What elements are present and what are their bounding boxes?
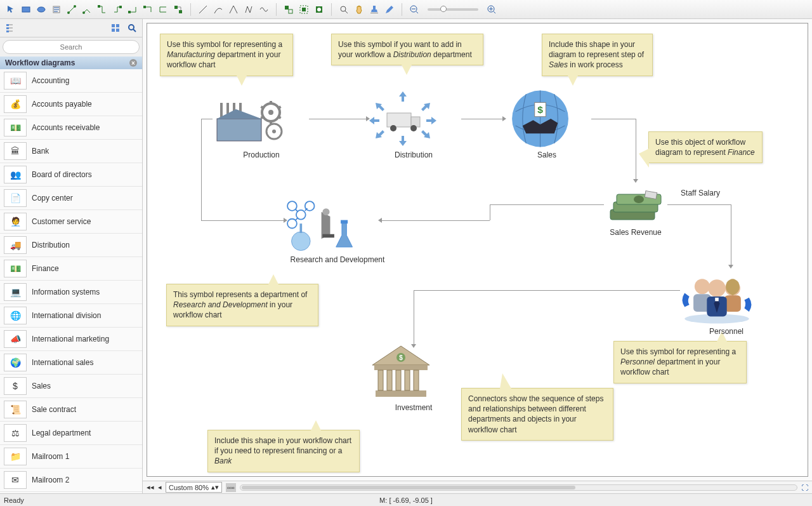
zoom-in-icon[interactable] [485, 3, 499, 17]
node-rnd[interactable]: Research and Development [280, 192, 395, 264]
connector[interactable] [591, 119, 636, 119]
connector7-icon[interactable] [156, 3, 170, 17]
sidebar-item[interactable]: 📜Sale contract [0, 398, 142, 422]
connector5-icon[interactable] [126, 3, 140, 17]
ellipse-tool-icon[interactable] [34, 3, 48, 17]
shape-thumb-icon: 💰 [4, 95, 27, 113]
node-investment[interactable]: $ Investment [363, 340, 464, 412]
sidebar-item[interactable]: 📣International marketing [0, 328, 142, 351]
node-personnel[interactable]: Personnel [679, 263, 774, 336]
svg-point-65 [322, 208, 329, 215]
sidebar-item-label: Copy center [32, 194, 73, 203]
sidebar-item[interactable]: 💻Information systems [0, 281, 142, 304]
shape-thumb-icon: 💻 [4, 283, 27, 301]
svg-rect-73 [405, 370, 410, 390]
sidebar-item[interactable]: 🏛Bank [0, 140, 142, 163]
hand-tool-icon[interactable] [352, 3, 366, 17]
sidebar-category-title: Workflow diagrams [5, 58, 75, 67]
line3-icon[interactable] [226, 3, 240, 17]
svg-rect-67 [376, 390, 426, 397]
sidebar-item-label: International sales [32, 358, 93, 367]
shape-thumb-icon: 📁 [4, 448, 27, 465]
sidebar-item[interactable]: 👥Board of directors [0, 163, 142, 187]
sidebar-category-header[interactable]: Workflow diagrams × [0, 57, 142, 69]
group3-icon[interactable] [312, 3, 326, 17]
sidebar-item[interactable]: 📄Copy center [0, 187, 142, 210]
node-distribution[interactable]: Distribution [363, 87, 464, 159]
connector4-icon[interactable] [110, 3, 124, 17]
connector8-icon[interactable] [171, 3, 185, 17]
nav-prev-icon[interactable]: ◂ [158, 483, 162, 491]
connector[interactable] [309, 119, 366, 119]
svg-rect-15 [302, 8, 306, 11]
search-input[interactable] [3, 40, 140, 54]
group1-icon[interactable] [282, 3, 296, 17]
sidebar-item[interactable]: 💵Accounts receivable [0, 116, 142, 140]
search-mode-icon[interactable] [124, 22, 140, 34]
line2-icon[interactable] [211, 3, 225, 17]
shape-thumb-icon: 📜 [4, 401, 27, 418]
sidebar-item[interactable]: 📁Mailroom 1 [0, 445, 142, 469]
svg-text:$: $ [399, 354, 403, 361]
sidebar-item[interactable]: 💰Accounts payable [0, 93, 142, 116]
grid-view-icon[interactable] [108, 22, 123, 34]
svg-rect-46 [387, 113, 411, 127]
sidebar-item[interactable]: 🌐International division [0, 304, 142, 328]
zoom-slider[interactable] [428, 8, 478, 11]
pencil-icon[interactable] [383, 3, 396, 17]
connector1-icon[interactable] [65, 3, 79, 17]
sidebar-list: 📖Accounting💰Accounts payable💵Accounts re… [0, 69, 142, 493]
node-finance[interactable] [604, 181, 667, 232]
sidebar-item[interactable]: 🧑‍💼Customer service [0, 210, 142, 234]
sidebar-item-label: International division [32, 311, 101, 320]
stamp-icon[interactable] [367, 3, 381, 17]
pointer-tool-icon[interactable] [4, 3, 18, 17]
connector[interactable] [382, 220, 490, 221]
sidebar-item[interactable]: ⚖Legal department [0, 422, 142, 445]
connector[interactable] [667, 204, 731, 205]
node-production[interactable]: Production [211, 87, 312, 159]
sidebar-item[interactable]: 🚚Distribution [0, 234, 142, 257]
sidebar-item[interactable]: $Sales [0, 375, 142, 398]
shape-thumb-icon: 👥 [4, 166, 27, 183]
sidebar-item[interactable]: 📖Accounting [0, 69, 142, 93]
line4-icon[interactable] [242, 3, 256, 17]
connector[interactable] [201, 119, 202, 220]
shape-thumb-icon: 🌍 [4, 354, 27, 371]
svg-rect-66 [341, 220, 348, 223]
zoom-select[interactable]: Custom 80%▴▾ [166, 482, 222, 493]
connector2-icon[interactable] [80, 3, 94, 17]
svg-rect-64 [322, 234, 334, 238]
close-icon[interactable]: × [129, 59, 137, 67]
group2-icon[interactable] [297, 3, 311, 17]
callout-bank: Include this shape in your workflow char… [207, 430, 360, 472]
sidebar-item[interactable]: 💵Finance [0, 257, 142, 281]
connector3-icon[interactable] [95, 3, 109, 17]
callout-rnd: This symbol represents a department of R… [166, 284, 318, 326]
tree-view-icon[interactable] [3, 22, 18, 34]
fit-icon[interactable]: ⛶ [801, 484, 808, 491]
text-tool-icon[interactable] [49, 3, 63, 17]
page-indicator[interactable]: ▫▫▫ [226, 483, 236, 492]
connector[interactable] [414, 290, 414, 344]
sidebar-item-label: Sales [32, 382, 51, 390]
node-sales[interactable]: $ Sales [502, 87, 591, 159]
zoom-tool-icon[interactable] [337, 3, 351, 17]
horizontal-scrollbar[interactable] [240, 484, 797, 491]
line1-icon[interactable] [196, 3, 210, 17]
nav-first-icon[interactable]: ◂◂ [147, 483, 154, 491]
zoom-out-icon[interactable] [407, 3, 421, 17]
node-label: Production [211, 150, 312, 159]
shape-thumb-icon: $ [4, 377, 27, 395]
rect-tool-icon[interactable] [19, 3, 33, 17]
svg-rect-6 [98, 5, 100, 8]
canvas[interactable]: Use this symbol for representing a Manuf… [147, 23, 808, 477]
line5-icon[interactable] [257, 3, 271, 17]
sidebar-item[interactable]: 🌍International sales [0, 351, 142, 375]
sidebar-item[interactable]: ✉Mailroom 2 [0, 469, 142, 492]
connector[interactable] [636, 119, 636, 179]
svg-rect-10 [174, 6, 178, 9]
connector6-icon[interactable] [141, 3, 155, 17]
connector[interactable] [461, 119, 502, 119]
sidebar-item-label: Mailroom 2 [32, 476, 69, 484]
